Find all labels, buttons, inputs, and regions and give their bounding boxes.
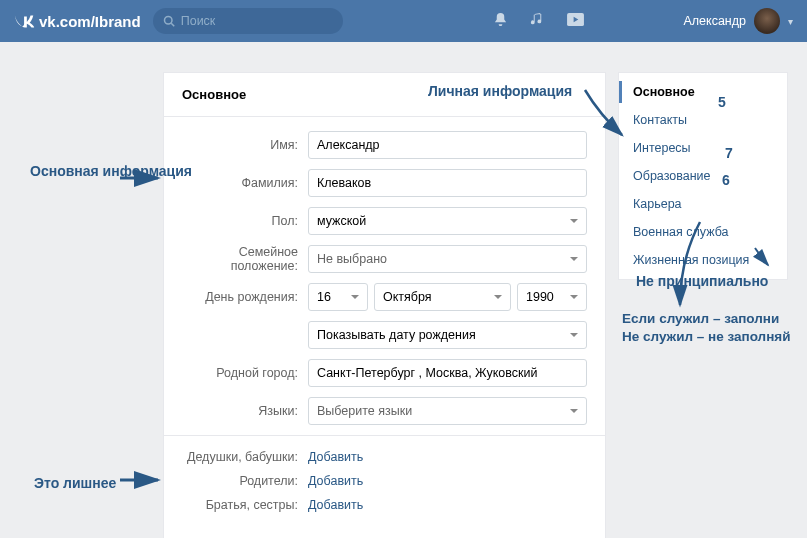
label-dob: День рождения:	[182, 290, 308, 304]
label-parents: Родители:	[182, 474, 308, 488]
row-name: Имя:	[164, 131, 605, 159]
nav-position[interactable]: Жизненная позиция	[619, 246, 787, 274]
select-gender[interactable]: мужской	[308, 207, 587, 235]
bell-icon[interactable]	[493, 12, 508, 30]
avatar	[754, 8, 780, 34]
select-dob-day[interactable]: 16	[308, 283, 368, 311]
url-text: vk.com/Ibrand	[39, 13, 141, 30]
video-icon[interactable]	[567, 12, 584, 30]
svg-line-1	[171, 23, 174, 26]
annotation-n7: 7	[725, 145, 733, 161]
row-gender: Пол: мужской	[164, 207, 605, 235]
label-hometown: Родной город:	[182, 366, 308, 380]
user-menu[interactable]: Александр ▾	[683, 8, 793, 34]
nav-contacts[interactable]: Контакты	[619, 106, 787, 134]
annotation-personal: Личная информация	[428, 82, 572, 100]
annotation-n5: 5	[718, 94, 726, 110]
topbar: vk.com/Ibrand Поиск Александр ▾	[0, 0, 807, 42]
annotation-n6: 6	[722, 172, 730, 188]
stage: Основное Имя: Фамилия: Пол: мужской Семе…	[0, 42, 807, 538]
input-hometown[interactable]	[308, 359, 587, 387]
nav-basic[interactable]: Основное	[619, 78, 787, 106]
select-dob-visibility[interactable]: Показывать дату рождения	[308, 321, 587, 349]
form-card: Основное Имя: Фамилия: Пол: мужской Семе…	[163, 72, 606, 538]
select-marital[interactable]: Не выбрано	[308, 245, 587, 273]
row-dob-vis: Показывать дату рождения	[164, 321, 605, 349]
topbar-icons	[493, 12, 584, 30]
select-dob-month[interactable]: Октября	[374, 283, 511, 311]
label-grandparents: Дедушки, бабушки:	[182, 450, 308, 464]
annotation-np: Не принципиально	[636, 272, 768, 290]
label-surname: Фамилия:	[182, 176, 308, 190]
label-gender: Пол:	[182, 214, 308, 228]
row-surname: Фамилия:	[164, 169, 605, 197]
row-parents: Родители: Добавить	[164, 474, 605, 488]
select-languages[interactable]: Выберите языки	[308, 397, 587, 425]
svg-point-0	[164, 17, 172, 25]
row-marital: Семейное положение: Не выбрано	[164, 245, 605, 273]
vk-logo-icon	[14, 14, 36, 28]
select-dob-year[interactable]: 1990	[517, 283, 587, 311]
label-languages: Языки:	[182, 404, 308, 418]
annotation-basic: Основная информация	[30, 163, 192, 179]
add-parents[interactable]: Добавить	[308, 474, 363, 488]
label-marital: Семейное положение:	[182, 245, 308, 273]
row-languages: Языки: Выберите языки	[164, 397, 605, 425]
site-logo[interactable]: vk.com/Ibrand	[14, 13, 141, 30]
row-grandparents: Дедушки, бабушки: Добавить	[164, 450, 605, 464]
add-grandparents[interactable]: Добавить	[308, 450, 363, 464]
chevron-down-icon: ▾	[788, 16, 793, 27]
search-placeholder: Поиск	[181, 14, 216, 28]
input-surname[interactable]	[308, 169, 587, 197]
username: Александр	[683, 14, 746, 28]
add-siblings[interactable]: Добавить	[308, 498, 363, 512]
input-name[interactable]	[308, 131, 587, 159]
annotation-extra: Это лишнее	[34, 474, 116, 492]
side-nav: Основное Контакты Интересы Образование К…	[618, 72, 788, 280]
row-dob: День рождения: 16 Октября 1990	[164, 283, 605, 311]
row-siblings: Братья, сестры: Добавить	[164, 498, 605, 512]
nav-education[interactable]: Образование	[619, 162, 787, 190]
row-hometown: Родной город:	[164, 359, 605, 387]
search-box[interactable]: Поиск	[153, 8, 343, 34]
search-icon	[163, 15, 175, 27]
music-icon[interactable]	[530, 12, 545, 30]
label-name: Имя:	[182, 138, 308, 152]
annotation-mil1: Если служил – заполни	[622, 311, 779, 326]
nav-career[interactable]: Карьера	[619, 190, 787, 218]
annotation-mil2: Не служил – не заполняй	[622, 329, 790, 344]
nav-military[interactable]: Военная служба	[619, 218, 787, 246]
nav-interests[interactable]: Интересы	[619, 134, 787, 162]
label-siblings: Братья, сестры:	[182, 498, 308, 512]
